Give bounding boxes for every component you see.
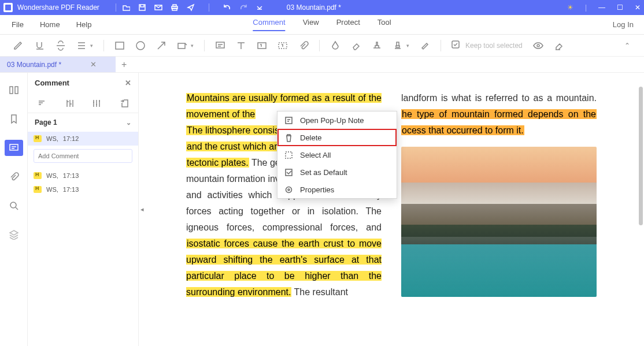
export-icon[interactable]	[120, 98, 129, 107]
title-doc-name: 03 Mountain.pdf *	[287, 3, 341, 12]
draw-icon[interactable]	[420, 40, 430, 51]
svg-rect-18	[286, 152, 292, 158]
comment-author: WS,	[46, 186, 58, 193]
comment-time: 17:13	[63, 186, 79, 193]
underline-icon[interactable]	[35, 40, 45, 51]
svg-rect-14	[15, 87, 18, 94]
note-icon[interactable]	[215, 40, 225, 51]
textbox-icon[interactable]	[257, 40, 267, 51]
eraser-icon[interactable]	[351, 40, 361, 51]
svg-rect-13	[10, 87, 13, 94]
ctx-label: Set as Default	[300, 168, 347, 177]
context-menu-item[interactable]: Delete	[277, 129, 397, 146]
menu-view[interactable]: View	[303, 18, 319, 31]
arrow-icon[interactable]	[156, 40, 166, 51]
list-icon[interactable]	[76, 40, 87, 51]
circle-icon[interactable]	[135, 40, 146, 51]
minimize-icon[interactable]: —	[598, 3, 605, 12]
rail-search[interactable]	[5, 198, 23, 214]
sort-icon[interactable]	[37, 98, 46, 107]
collapse-toolbar-icon[interactable]: ⌃	[624, 42, 630, 50]
context-menu-item[interactable]: Set as Default	[277, 163, 397, 181]
comment-item[interactable]: WS, 17:13	[28, 169, 138, 183]
page-collapse-icon[interactable]: ⌄	[126, 119, 131, 127]
collapse-left-icon[interactable]: ◂	[139, 73, 146, 346]
redo-icon[interactable]	[239, 3, 247, 12]
maximize-icon[interactable]: ☐	[617, 3, 623, 12]
new-tab-button[interactable]: +	[116, 59, 132, 70]
mail-icon[interactable]	[154, 3, 162, 12]
eye-icon[interactable]	[533, 40, 543, 51]
scrollbar-thumb[interactable]	[639, 87, 643, 225]
mountain-image	[401, 147, 597, 297]
keep-tool-toggle[interactable]: Keep tool selected	[451, 40, 523, 51]
save-icon[interactable]	[138, 3, 146, 12]
document-tab[interactable]: 03 Mountain.pdf * ✕	[0, 57, 116, 72]
menu-comment[interactable]: Comment	[253, 18, 285, 31]
ctx-delete-icon	[284, 133, 293, 142]
menu-protect[interactable]: Protect	[336, 18, 360, 31]
svg-point-16	[10, 202, 16, 208]
svg-rect-8	[216, 42, 224, 48]
pen-icon[interactable]	[14, 40, 24, 51]
menu-file[interactable]: File	[12, 20, 24, 29]
undo-icon[interactable]	[223, 3, 231, 12]
tab-label: 03 Mountain.pdf *	[7, 61, 61, 69]
add-comment-input[interactable]	[34, 149, 132, 163]
signature-icon[interactable]	[393, 40, 403, 51]
shape-icon[interactable]	[177, 40, 187, 51]
ctx-properties-icon	[284, 185, 293, 194]
panel-close-icon[interactable]: ✕	[125, 79, 131, 87]
stamp-icon[interactable]	[372, 40, 382, 51]
comment-author: WS,	[46, 135, 58, 142]
highlight-badge-icon	[34, 172, 42, 179]
text-icon[interactable]	[236, 40, 246, 51]
ctx-label: Select All	[300, 151, 331, 159]
svg-rect-5	[116, 42, 124, 49]
menu-home[interactable]: Home	[40, 20, 60, 29]
comment-author: WS,	[46, 172, 58, 179]
settings-icon[interactable]	[92, 98, 101, 107]
svg-point-12	[537, 44, 539, 47]
comment-time: 17:12	[63, 135, 79, 142]
comment-time: 17:13	[63, 172, 79, 179]
attach-icon[interactable]	[298, 40, 309, 51]
strikethrough-icon[interactable]	[55, 40, 66, 51]
ctx-open-pop-up-note-icon	[284, 116, 293, 125]
highlight-badge-icon	[34, 135, 42, 142]
rail-layers[interactable]	[5, 226, 23, 243]
highlight-badge-icon	[34, 186, 42, 193]
ctx-select-all-icon	[284, 151, 293, 159]
tab-close-icon[interactable]: ✕	[90, 60, 97, 69]
rail-comments[interactable]	[5, 140, 23, 156]
rail-thumbnails[interactable]	[5, 82, 23, 98]
menu-tool[interactable]: Tool	[377, 18, 391, 31]
rectangle-icon[interactable]	[114, 40, 125, 51]
rail-bookmarks[interactable]	[5, 111, 23, 127]
svg-point-20	[286, 187, 292, 192]
theme-icon[interactable]: ☀	[567, 3, 573, 12]
ink-icon[interactable]	[330, 40, 340, 51]
print-icon[interactable]	[171, 3, 179, 12]
svg-point-21	[288, 189, 290, 191]
context-menu-item[interactable]: Properties	[277, 181, 397, 198]
doc-column-right: landform is what is referred to as a mou…	[401, 90, 597, 346]
share-icon[interactable]	[187, 3, 195, 12]
rail-attachments[interactable]	[5, 169, 23, 185]
menu-help[interactable]: Help	[76, 20, 92, 29]
context-menu: Open Pop-Up NoteDeleteSelect AllSet as D…	[277, 111, 397, 199]
dropdown-icon[interactable]	[256, 3, 264, 12]
context-menu-item[interactable]: Select All	[277, 146, 397, 163]
filter-icon[interactable]	[65, 98, 74, 107]
page-label: Page 1	[35, 118, 57, 127]
open-file-icon[interactable]	[122, 3, 130, 12]
erase-all-icon[interactable]	[554, 40, 564, 51]
context-menu-item[interactable]: Open Pop-Up Note	[277, 111, 397, 129]
comment-item[interactable]: WS, 17:13	[28, 183, 138, 196]
comment-item[interactable]: WS, 17:12	[28, 132, 138, 146]
textfield-icon[interactable]	[277, 40, 288, 51]
ctx-label: Delete	[300, 133, 322, 142]
close-window-icon[interactable]: ✕	[635, 3, 641, 12]
svg-rect-15	[10, 144, 18, 150]
login-link[interactable]: Log In	[613, 20, 644, 29]
